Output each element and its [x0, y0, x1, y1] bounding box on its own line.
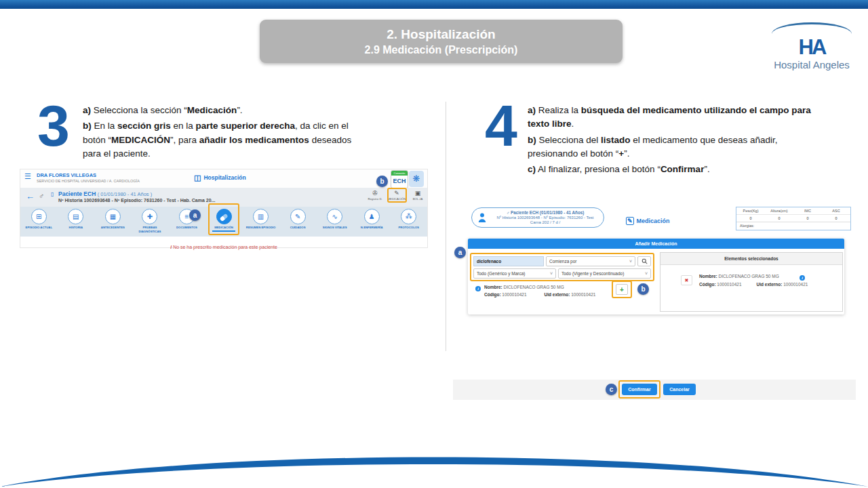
info-icon[interactable]: i — [475, 286, 481, 291]
doctor-name: DRA FLORES VILLEGAS — [37, 172, 96, 178]
slide-title-line1: 2. Hospitalización — [260, 27, 623, 42]
selected-codes: Código: 1000010421Uid externo: 100001042… — [699, 282, 808, 287]
status-select[interactable]: Todo (Vigente y Descontinuado)˅ — [558, 268, 651, 279]
match-mode-select[interactable]: Comienza por˅ — [546, 256, 635, 266]
step4-instruction-c: c) Al finalizar, presiona el botón “Conf… — [528, 163, 821, 176]
vitals-table: Peso(Kg) Altura(cm) IMC ASC 0 0 0 0 Aler… — [736, 207, 851, 230]
step-3-number: 3 — [37, 96, 70, 155]
gender-male-icon: ♂ — [39, 192, 44, 200]
logo-arc-icon — [772, 22, 852, 34]
pruebas-diagnosticas-icon: ✚ — [142, 209, 157, 224]
modal-title: Añadir Medicación — [468, 239, 844, 249]
search-button[interactable] — [637, 256, 651, 266]
search-section: Comienza por˅ Todo (Genérico y Marca)˅ T… — [470, 253, 654, 281]
logo-monogram: HA — [772, 37, 852, 58]
bottom-swoosh-decoration — [0, 450, 868, 488]
vitals-header-peso: Peso(Kg) — [736, 209, 765, 213]
search-icon — [642, 258, 648, 264]
patient-line2: Nº Historia 1002693648 - Nº Episodio: 76… — [491, 216, 599, 220]
add-medication-modal: Añadir Medicación Comienza por˅ Todo (Ge… — [468, 239, 844, 314]
generic-brand-select[interactable]: Todo (Genérico y Marca)˅ — [473, 268, 556, 279]
patient-summary-pill: ♂ Paciente ECH (01/01/1980 - 41 Años) Nº… — [471, 207, 604, 228]
callout-b-left: b — [376, 176, 388, 187]
tab-protocolos[interactable]: ⁂PROTOCOLOS — [390, 207, 427, 237]
tab-pruebas-diagnosticas[interactable]: ✚PRUEBAS DIAGNÓSTICAS — [132, 207, 169, 237]
slide-title-line2: 2.9 Medicación (Prescripción) — [260, 44, 623, 56]
vitals-value-altura: 0 — [765, 216, 793, 220]
quick-registro-button[interactable]: ✇Registro G. — [365, 190, 385, 201]
antecedentes-icon: ▦ — [105, 209, 121, 224]
vitals-value-imc: 0 — [793, 216, 822, 220]
atom-icon[interactable]: ❋ — [409, 171, 424, 187]
slide-title: 2. Hospitalización 2.9 Medicación (Presc… — [260, 20, 623, 63]
highlight-medicacion-quick-button — [387, 188, 407, 203]
tab-historia[interactable]: ▤HISTORIA — [58, 207, 95, 237]
chevron-down-icon: ˅ — [550, 271, 553, 276]
quick-bolja-button[interactable]: ▣BOL.JA — [408, 190, 428, 201]
patient-name: Paciente ECH ( 01/01/1980 - 41 Años ) — [58, 190, 152, 197]
tab-resumen-episodio[interactable]: ▥RESUMEN EPISODIO — [242, 207, 279, 237]
step-4-number: 4 — [485, 96, 517, 155]
step3-instruction-a: a) Selecciona la sección “Medicación”. — [83, 104, 357, 117]
modal-footer-bar: c Confirmar Cancelar — [453, 380, 856, 400]
patient-avatar-icon — [477, 212, 487, 223]
menu-icon[interactable]: ☰ — [24, 172, 31, 181]
remove-item-button[interactable]: ✖ — [681, 275, 692, 285]
logo-name: Hospital Angeles — [772, 59, 852, 70]
highlight-medicacion-tab — [208, 203, 239, 235]
patient-doc-icon: ▯ — [51, 191, 54, 197]
highlight-add-button — [612, 281, 632, 298]
registro-icon: ✇ — [365, 190, 385, 197]
pencil-square-icon: ✎ — [626, 217, 634, 225]
patient-line1: ♂ Paciente ECH (01/01/1980 - 41 Años) — [491, 210, 599, 215]
free-text-search-input[interactable] — [473, 256, 544, 266]
tab-antecedentes[interactable]: ▦ANTECEDENTES — [94, 207, 132, 237]
app-top-bar: ☰ DRA FLORES VILLEGAS SERVICIO DE HOSPIT… — [20, 169, 427, 188]
selected-elements-header: Elementos seleccionados — [660, 253, 842, 265]
module-title: ◫Hospitalización — [194, 174, 246, 182]
allergies-label: Alergias: — [736, 222, 850, 230]
bolja-icon: ▣ — [408, 190, 428, 197]
top-blue-bar — [0, 0, 868, 9]
result-name: Nombre: DICLOFENACO GRAG 50 MG — [484, 285, 564, 289]
tab-signos-vitales[interactable]: ∿SIGNOS VITALES — [316, 207, 353, 237]
tab-cuidados[interactable]: ✎CUIDADOS — [279, 207, 317, 237]
episodio-actual-icon: ⊞ — [31, 209, 47, 224]
column-divider — [446, 102, 446, 351]
chevron-down-icon: ˅ — [645, 271, 648, 276]
selected-elements-panel: Elementos seleccionados ✖ Nombre: DICLOF… — [660, 252, 843, 312]
cancel-button[interactable]: Cancelar — [663, 384, 696, 395]
no-medication-alert: iNo se ha prescrito medicación para este… — [20, 237, 427, 247]
signos-vitales-icon: ∿ — [327, 209, 342, 224]
hospital-angeles-logo: HA Hospital Angeles — [772, 22, 852, 70]
screenshot-medication-toolbar: ☰ DRA FLORES VILLEGAS SERVICIO DE HOSPIT… — [20, 169, 427, 247]
protocolos-icon: ⁂ — [401, 209, 416, 224]
step3-instruction-b: b) En la sección gris en la parte superi… — [83, 119, 357, 161]
step4-instruction-a: a) Realiza la búsqueda del medicamento u… — [528, 104, 821, 131]
tab-episodio-actual[interactable]: ⊞EPISODIO ACTUAL — [20, 207, 58, 237]
ech-connection-button[interactable]: ConexiónECH — [391, 170, 408, 188]
chevron-down-icon: ˅ — [629, 259, 632, 264]
resumen-episodio-icon: ▥ — [253, 209, 269, 224]
info-icon[interactable]: i — [800, 275, 805, 281]
alert-info-icon: i — [170, 245, 172, 249]
highlight-confirm-button — [618, 380, 660, 399]
hospital-icon: ◫ — [194, 174, 201, 182]
patient-details: Nº Historia 1002693648 - Nº Episodio: 76… — [58, 198, 215, 203]
vitals-value-peso: 0 — [736, 216, 765, 220]
vitals-header-imc: IMC — [793, 209, 822, 213]
tab-documentos[interactable]: ≡DOCUMENTOS — [168, 207, 205, 237]
cuidados-icon: ✎ — [290, 209, 306, 224]
patient-line3: Cama 202 / 7 d / — [491, 220, 599, 224]
vitals-header-asc: ASC — [822, 209, 850, 213]
enfermeria-icon: ♟ — [364, 209, 380, 224]
historia-icon: ▤ — [68, 209, 83, 224]
result-codes: Código: 1000010421Uid externo: 100001042… — [484, 292, 595, 297]
service-name: SERVICIO DE HOSPITAL UNIVERSIDAD / A. CA… — [37, 179, 140, 183]
back-arrow-icon[interactable]: ← — [26, 191, 35, 201]
selected-name: Nombre: DICLOFENACO GRAG 50 MG — [699, 274, 779, 279]
vitals-value-asc: 0 — [822, 216, 850, 220]
search-result-row: i Nombre: DICLOFENACO GRAG 50 MG Código:… — [470, 281, 654, 305]
step4-instruction-b: b) Selecciona del listado el medicamento… — [528, 134, 821, 161]
tab-enfermeria[interactable]: ♟N.ENFERMERÍA — [353, 207, 391, 237]
